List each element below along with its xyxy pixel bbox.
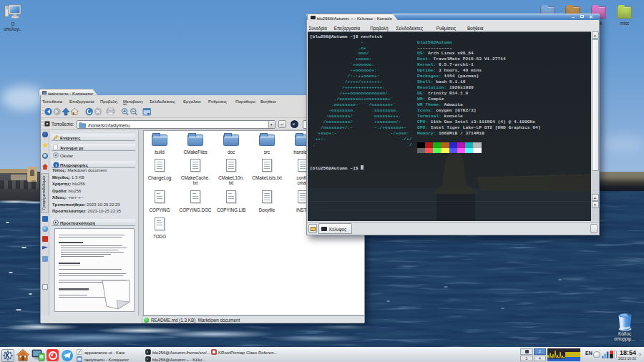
svg-text:i: i xyxy=(56,162,57,167)
